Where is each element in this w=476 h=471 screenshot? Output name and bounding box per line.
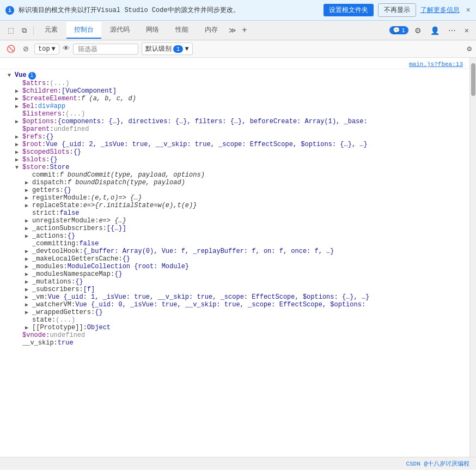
prop-value: Vue {_uid: 0, _isVue: true, __v_skip: tr… bbox=[75, 301, 365, 309]
tree-node[interactable]: _modules: ModuleCollection {root: Module… bbox=[5, 263, 469, 270]
tree-node[interactable]: _vm: Vue {_uid: 1, _isVue: true, __v_ski… bbox=[5, 293, 469, 301]
tree-node[interactable]: __v_skip: true bbox=[5, 339, 469, 347]
tree-node[interactable]: state: (...) bbox=[5, 316, 469, 324]
prop-key: $options bbox=[22, 118, 54, 125]
scrollbar-thumb[interactable] bbox=[471, 63, 475, 96]
eye-icon[interactable]: 👁 bbox=[63, 45, 70, 53]
tree-node[interactable]: $refs: {} bbox=[5, 133, 469, 141]
tree-node[interactable]: _mutations: {} bbox=[5, 278, 469, 286]
prop-value: Store bbox=[50, 164, 69, 171]
info-icon: i bbox=[5, 6, 14, 15]
tree-node[interactable]: $slots: {} bbox=[5, 156, 469, 164]
tree-nodes: $attrs: (...)$children: [VueComponent]$c… bbox=[5, 80, 469, 347]
prop-colon: : bbox=[77, 95, 81, 102]
prop-colon: : bbox=[91, 309, 95, 316]
tree-node[interactable]: $createElement: f (a, b, c, d) bbox=[5, 95, 469, 102]
tree-container: Vue i $attrs: (...)$children: [VueCompon… bbox=[0, 69, 469, 349]
context-selector[interactable]: top ▼ bbox=[34, 44, 59, 55]
learn-more-link[interactable]: 了解更多信息 bbox=[420, 5, 460, 15]
set-root-folder-button[interactable]: 设置根文件夹 bbox=[324, 4, 374, 16]
tab-elements[interactable]: 元素 bbox=[37, 22, 65, 39]
tab-console[interactable]: 控制台 bbox=[66, 22, 101, 39]
prop-colon: : bbox=[44, 293, 48, 301]
tree-node[interactable]: _subscribers: [f] bbox=[5, 286, 469, 293]
expand-arrow-icon bbox=[25, 256, 30, 262]
tab-separator bbox=[33, 26, 34, 35]
log-level-selector[interactable]: 默认级别 1 ▼ bbox=[142, 43, 193, 55]
tree-node[interactable]: $root: Vue {_uid: 2, _isVue: true, __v_s… bbox=[5, 141, 469, 148]
tree-node[interactable]: $vnode: undefined bbox=[5, 331, 469, 339]
scrollbar[interactable] bbox=[469, 58, 476, 457]
expand-arrow-icon bbox=[25, 248, 30, 255]
add-tab-icon[interactable]: + bbox=[240, 25, 249, 37]
tree-node[interactable]: commit: f boundCommit(type, payload, opt… bbox=[5, 171, 469, 179]
tree-node[interactable]: $options: {components: {…}, directives: … bbox=[5, 118, 469, 125]
prop-colon: : bbox=[50, 125, 53, 133]
prop-value: Vue {_uid: 1, _isVue: true, __v_skip: tr… bbox=[48, 293, 370, 301]
expand-arrow-icon bbox=[15, 149, 21, 155]
main-content: main.js?fbea:13 Vue i $attrs: (...)$chil… bbox=[0, 58, 476, 457]
expand-arrow-icon bbox=[15, 118, 21, 125]
prop-value: {} bbox=[50, 156, 57, 164]
dock-icon[interactable]: ⬚ bbox=[4, 24, 17, 37]
expand-arrow-icon bbox=[15, 141, 21, 148]
tree-node[interactable]: _devtoolHook: {_buffer: Array(0), Vue: f… bbox=[5, 247, 469, 255]
prop-value: {} bbox=[64, 186, 71, 194]
dont-show-button[interactable]: 不再显示 bbox=[378, 3, 416, 17]
tree-node[interactable]: strict: false bbox=[5, 209, 469, 217]
prop-colon: : bbox=[56, 209, 59, 217]
notification-badge: 💬 1 bbox=[389, 26, 408, 34]
tree-node[interactable]: $children: [VueComponent] bbox=[5, 87, 469, 95]
prop-colon: : bbox=[64, 232, 68, 240]
info-bar-close-icon[interactable]: × bbox=[466, 6, 471, 15]
tree-node[interactable]: _wrappedGetters: {} bbox=[5, 309, 469, 316]
tab-network[interactable]: 网络 bbox=[138, 22, 167, 39]
vue-info-icon[interactable]: i bbox=[28, 72, 36, 80]
prop-colon: : bbox=[79, 247, 83, 255]
prop-colon: : bbox=[52, 316, 56, 324]
tab-source[interactable]: 源代码 bbox=[102, 22, 137, 39]
tree-node[interactable]: $store: Store bbox=[5, 164, 469, 171]
tree-node[interactable]: $scopedSlots: {} bbox=[5, 148, 469, 156]
tree-node[interactable]: _actionSubscribers: [{…}] bbox=[5, 225, 469, 232]
more-options-button[interactable]: ⋯ bbox=[446, 25, 459, 37]
tree-node[interactable]: getters: {} bbox=[5, 186, 469, 194]
tab-performance[interactable]: 性能 bbox=[168, 22, 196, 39]
tab-memory[interactable]: 内存 bbox=[197, 22, 225, 39]
console-output[interactable]: main.js?fbea:13 Vue i $attrs: (...)$chil… bbox=[0, 58, 469, 457]
settings-button[interactable]: ⚙ bbox=[412, 25, 424, 37]
tree-node[interactable]: registerModule: (e,t,o)=> {…} bbox=[5, 194, 469, 202]
tree-node[interactable]: $el: div#app bbox=[5, 102, 469, 110]
filter-input[interactable] bbox=[73, 44, 138, 55]
prop-value: (...) bbox=[50, 80, 69, 87]
prop-colon: : bbox=[58, 87, 62, 95]
tree-root-row[interactable]: Vue i bbox=[5, 71, 469, 80]
prop-key: _vm bbox=[32, 293, 44, 301]
tree-node[interactable]: _watcherVM: Vue {_uid: 0, _isVue: true, … bbox=[5, 301, 469, 309]
prop-value: {} bbox=[123, 255, 130, 263]
tree-node[interactable]: _modulesNamespaceMap: {} bbox=[5, 270, 469, 278]
tree-node[interactable]: _actions: {} bbox=[5, 232, 469, 240]
tree-node[interactable]: $parent: undefined bbox=[5, 125, 469, 133]
more-tabs-icon[interactable]: ≫ bbox=[227, 25, 239, 36]
prop-key: _watcherVM bbox=[32, 301, 71, 309]
tree-node[interactable]: _makeLocalGettersCache: {} bbox=[5, 255, 469, 263]
console-settings-icon[interactable]: ⚙ bbox=[467, 44, 472, 53]
tree-node[interactable]: [[Prototype]]: Object bbox=[5, 324, 469, 331]
tree-node[interactable]: $attrs: (...) bbox=[5, 80, 469, 87]
inspect-icon[interactable]: ⧉ bbox=[19, 24, 30, 37]
tree-node[interactable]: _committing: false bbox=[5, 240, 469, 247]
prop-key: $listeners bbox=[22, 110, 62, 118]
prop-value: [f] bbox=[83, 286, 95, 293]
filter-icon[interactable]: ⊘ bbox=[21, 44, 31, 54]
expand-arrow-icon bbox=[25, 309, 30, 316]
tree-node[interactable]: dispatch: f boundDispatch(type, payload) bbox=[5, 179, 469, 186]
tree-node[interactable]: replaceState: e=>{r.initialState=w(e),t(… bbox=[5, 202, 469, 209]
clear-console-button[interactable]: 🚫 bbox=[4, 44, 17, 54]
close-devtools-button[interactable]: × bbox=[462, 25, 472, 37]
tree-node[interactable]: $listeners: (...) bbox=[5, 110, 469, 118]
tree-node[interactable]: unregisterModule: e=> {…} bbox=[5, 217, 469, 225]
source-link[interactable]: main.js?fbea:13 bbox=[0, 60, 469, 69]
profile-button[interactable]: 👤 bbox=[428, 25, 442, 37]
prop-colon: : bbox=[87, 194, 91, 202]
